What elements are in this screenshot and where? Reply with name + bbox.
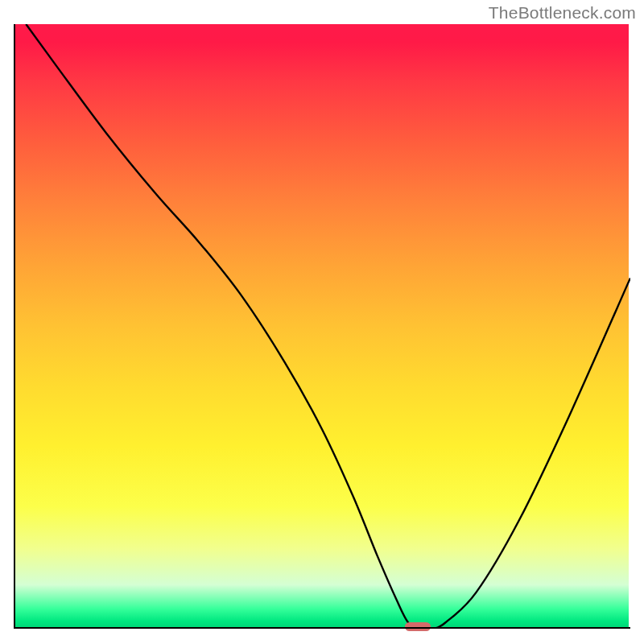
- x-axis: [14, 627, 630, 629]
- watermark-text: TheBottleneck.com: [489, 3, 636, 23]
- chart-container: [14, 24, 630, 629]
- y-axis: [14, 24, 15, 629]
- bottleneck-curve: [14, 24, 630, 629]
